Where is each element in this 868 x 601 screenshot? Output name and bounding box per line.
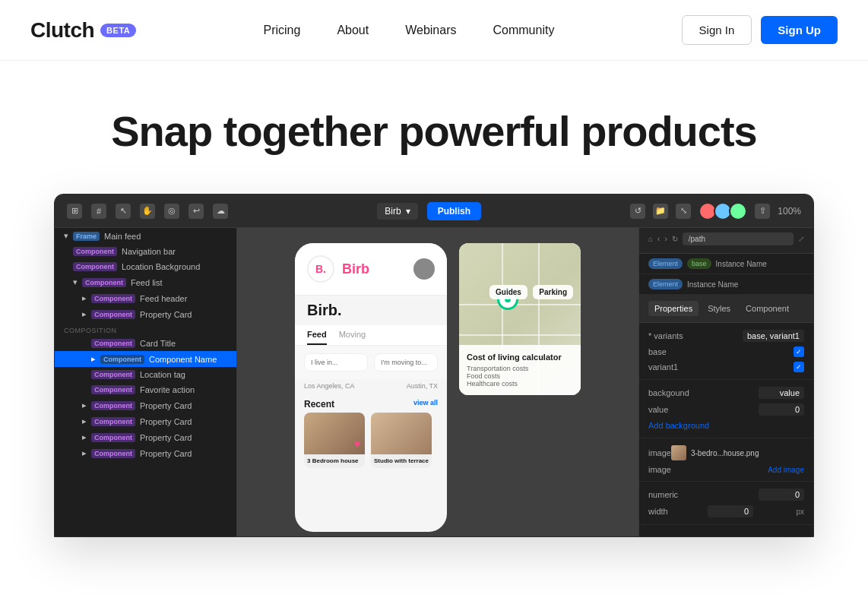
- listing-card-2: Studio with terrace: [371, 413, 432, 468]
- component-tag: Component: [73, 247, 117, 256]
- element-base-tag: Element: [648, 258, 683, 269]
- page-selector[interactable]: Birb ▾: [377, 203, 417, 220]
- back-icon[interactable]: ↩: [188, 204, 204, 219]
- nav-about[interactable]: About: [337, 24, 369, 36]
- refresh-icon[interactable]: ↻: [672, 235, 678, 243]
- component-tag: Component: [91, 401, 135, 410]
- logo[interactable]: Clutch BETA: [30, 18, 136, 43]
- view-all-link[interactable]: view all: [413, 399, 438, 410]
- app-birb-name: Birb.: [295, 296, 447, 325]
- layer-property-card-1[interactable]: ▸ Component Property Card: [55, 306, 236, 322]
- image-row-1: image 3-bedro...house.png: [648, 443, 804, 463]
- layer-label: Component Name: [149, 355, 217, 364]
- tab-component[interactable]: Component: [740, 301, 795, 316]
- instance-name-2: Instance Name: [687, 280, 738, 289]
- nav-community[interactable]: Community: [493, 24, 554, 36]
- cursor-icon[interactable]: ↖: [116, 204, 131, 219]
- listing-info-1: 3 Bedroom house: [304, 454, 365, 468]
- publish-button[interactable]: Publish: [427, 202, 481, 220]
- tab-properties[interactable]: Properties: [648, 301, 699, 316]
- layer-feed-list[interactable]: ▾ Component Feed list: [55, 274, 236, 290]
- layer-label: Location tag: [140, 370, 185, 379]
- back-arrow[interactable]: ‹: [657, 235, 660, 243]
- url-path: /path: [689, 235, 705, 243]
- hand-icon[interactable]: ✋: [140, 204, 155, 219]
- variants-row: * variants base, variant1: [648, 327, 804, 344]
- layer-property-card-4[interactable]: ▸ Component Property Card: [55, 429, 236, 445]
- figma-main: ▾ Frame Main feed Component Navigation b…: [55, 228, 813, 536]
- url-input[interactable]: /path: [683, 232, 794, 245]
- parking-btn[interactable]: Parking: [533, 285, 573, 299]
- share-2-icon[interactable]: ⇧: [755, 204, 770, 219]
- toolbar-right: ↺ 📁 ⤡ ⇧ 100%: [630, 202, 801, 220]
- layer-card-title[interactable]: Component Card Title: [55, 336, 236, 351]
- heart-icon: ♥: [354, 438, 360, 450]
- layer-location-bg[interactable]: Component Location Background: [55, 259, 236, 274]
- layer-label: Location Background: [122, 262, 200, 271]
- component-tag: Component: [100, 355, 144, 364]
- food-label: Food costs: [467, 372, 573, 380]
- app-tab-feed[interactable]: Feed: [307, 325, 327, 345]
- guides-btn[interactable]: Guides: [489, 285, 527, 299]
- layer-property-card-3[interactable]: ▸ Component Property Card: [55, 413, 236, 429]
- base-row: base: [648, 344, 804, 359]
- component-tag: Component: [91, 339, 135, 348]
- hero-title: Snap together powerful products: [111, 106, 756, 156]
- add-image-button[interactable]: Add image: [768, 466, 804, 474]
- app-card-header: B. Birb: [295, 243, 447, 296]
- listing-img-1: ♥: [304, 413, 365, 454]
- image-section: image 3-bedro...house.png image Add imag…: [639, 438, 813, 482]
- add-background-button[interactable]: Add background: [648, 418, 804, 433]
- base-checkbox[interactable]: [794, 346, 804, 357]
- layer-label: Property Card: [140, 417, 192, 426]
- nav-buttons: Sign In Sign Up: [682, 15, 838, 45]
- px-label: px: [796, 508, 804, 516]
- figma-ui: ⊞ # ↖ ✋ ◎ ↩ ☁ Birb ▾ Publish ↺: [55, 195, 813, 536]
- layer-label: Favorite action: [140, 385, 195, 394]
- layer-feed-header[interactable]: ▸ Component Feed header: [55, 290, 236, 306]
- layer-property-card-2[interactable]: ▸ Component Property Card: [55, 397, 236, 413]
- variant1-checkbox[interactable]: [794, 362, 804, 372]
- zoom-level[interactable]: 100%: [778, 206, 801, 217]
- nav-pricing[interactable]: Pricing: [263, 24, 300, 36]
- parking-label: Parking: [539, 288, 567, 296]
- history-icon[interactable]: ↺: [630, 204, 645, 219]
- frame-tag: Frame: [73, 232, 100, 241]
- app-logo: B.: [307, 255, 334, 283]
- layer-property-card-5[interactable]: ▸ Component Property Card: [55, 445, 236, 461]
- layer-location-tag[interactable]: Component Location tag: [55, 367, 236, 382]
- frame-name-header: ⌂ ‹ › ↻ /path ⤢: [648, 232, 804, 245]
- hashtag-icon[interactable]: #: [91, 204, 106, 219]
- nav-webinars[interactable]: Webinars: [405, 24, 456, 36]
- calculator-title: Cost of living calculator: [467, 353, 573, 362]
- instance-name-1: Instance Name: [716, 260, 767, 268]
- frames-icon[interactable]: ⊞: [67, 204, 82, 219]
- variants-label: * variants: [648, 331, 683, 340]
- layer-main-feed[interactable]: ▾ Frame Main feed: [55, 228, 236, 244]
- app-tab-moving[interactable]: Moving: [339, 325, 366, 345]
- variants-value: base, variant1: [743, 330, 804, 342]
- base-tag: base: [687, 258, 711, 269]
- shape-icon[interactable]: ◎: [164, 204, 179, 219]
- share-icon[interactable]: ⤡: [676, 204, 691, 219]
- app-input-moving[interactable]: I'm moving to...: [374, 353, 438, 372]
- signup-button[interactable]: Sign Up: [761, 16, 838, 44]
- layer-component-name[interactable]: ▸ Component Component Name: [55, 351, 236, 367]
- beta-badge: BETA: [100, 24, 136, 37]
- layer-label: Property Card: [140, 449, 192, 458]
- cloud-icon[interactable]: ☁: [213, 204, 228, 219]
- location-2: Austin, TX: [407, 382, 438, 390]
- tab-styles[interactable]: Styles: [702, 301, 737, 316]
- map-road-h1: [459, 304, 581, 305]
- folder-icon[interactable]: 📁: [653, 204, 668, 219]
- background-section: backgound value value 0 Add background: [639, 380, 813, 438]
- app-input-live[interactable]: I live in...: [304, 353, 368, 372]
- layer-favorite-action[interactable]: Component Favorite action: [55, 382, 236, 397]
- numeric-section: numeric 0 width 0 px: [639, 482, 813, 525]
- forward-arrow[interactable]: ›: [664, 235, 667, 243]
- layer-nav-bar[interactable]: Component Navigation bar: [55, 244, 236, 259]
- toolbar-center: Birb ▾ Publish: [240, 202, 618, 220]
- signin-button[interactable]: Sign In: [682, 15, 752, 45]
- external-link-icon[interactable]: ⤢: [798, 235, 804, 243]
- right-panel-tabs: Properties Styles Component: [639, 295, 813, 323]
